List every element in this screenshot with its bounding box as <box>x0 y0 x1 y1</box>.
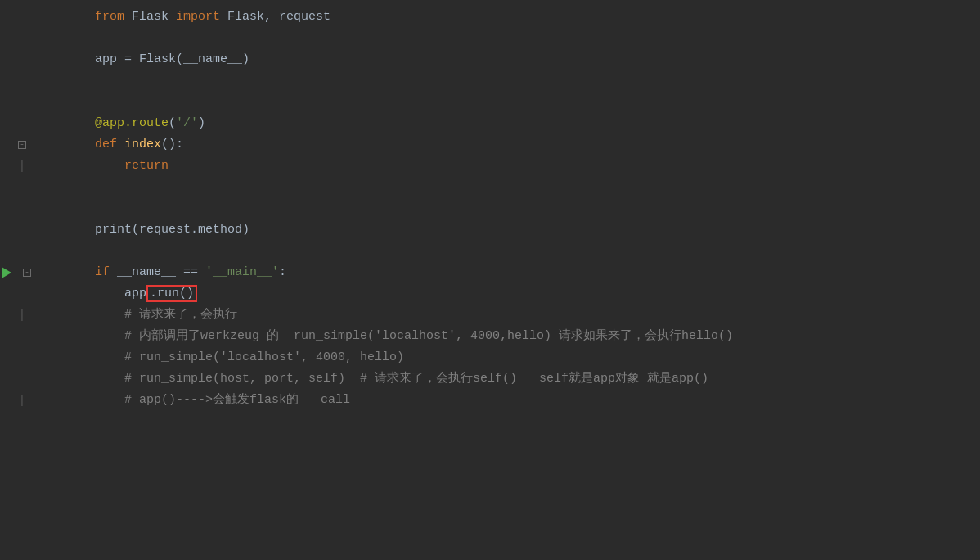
fold-icon-8[interactable]: | <box>18 162 26 170</box>
keyword-from: from <box>95 10 124 24</box>
keyword-import: import <box>176 10 220 24</box>
var-request: request.method <box>139 223 242 237</box>
gutter-icon-16 <box>15 331 26 342</box>
fold-icon-7[interactable]: - <box>18 141 26 149</box>
code-line-11: print(request.method) <box>0 219 980 241</box>
line-content-19: # app()---->会触发flask的 __call__ <box>33 371 980 430</box>
gutter-icon-18 <box>15 373 26 385</box>
gutter-11 <box>0 224 33 236</box>
paren-close-print: ) <box>242 223 249 237</box>
module-flask: Flask <box>124 10 176 24</box>
gutter-icon-17 <box>15 352 26 364</box>
gutter-17 <box>0 352 33 364</box>
gutter-8: | <box>0 162 33 170</box>
gutter-icon-11 <box>15 224 26 236</box>
code-area: from Flask import Flask, request app = F… <box>0 0 980 418</box>
gutter-icon-3 <box>15 54 26 65</box>
gutter-icon-6 <box>15 118 26 129</box>
line-content-3: app = Flask(__name__) <box>33 30 980 89</box>
gutter-icon-1 <box>15 11 26 23</box>
gutter-14 <box>0 288 33 300</box>
paren-print: ( <box>132 223 139 237</box>
run-arrow-icon <box>2 267 11 278</box>
gutter-icon-14 <box>15 288 26 300</box>
operator-eq: = <box>117 52 139 66</box>
builtin-print: print <box>95 223 132 237</box>
code-line-8: | return <box>0 156 980 177</box>
dunder-name: __name__ <box>183 52 242 66</box>
keyword-return: return <box>124 159 169 173</box>
paren-open: ( <box>176 52 183 66</box>
paren-close: ) <box>242 52 249 66</box>
gutter-19: | <box>0 396 33 404</box>
line-content-8: return <box>33 137 980 196</box>
fold-icon-15[interactable]: | <box>18 311 26 319</box>
gutter-13: - <box>0 267 33 278</box>
gutter-3 <box>0 54 33 65</box>
gutter-16 <box>0 331 33 342</box>
code-line-1: from Flask import Flask, request <box>0 7 980 28</box>
class-flask: Flask <box>139 52 176 66</box>
gutter-6 <box>0 118 33 129</box>
code-line-19: | # app()---->会触发flask的 __call__ <box>0 390 980 411</box>
import-names: Flask, request <box>220 10 330 24</box>
indent-8 <box>95 159 124 173</box>
fold-icon-13[interactable]: - <box>23 269 31 277</box>
gutter-7: - <box>0 141 33 149</box>
code-line-3: app = Flask(__name__) <box>0 49 980 70</box>
comment-19: # app()---->会触发flask的 __call__ <box>95 393 365 407</box>
fold-icon-19[interactable]: | <box>18 396 26 404</box>
gutter-1 <box>0 11 33 23</box>
var-app: app <box>95 52 117 66</box>
code-editor: from Flask import Flask, request app = F… <box>0 0 980 560</box>
gutter-18 <box>0 373 33 385</box>
gutter-15: | <box>0 311 33 319</box>
